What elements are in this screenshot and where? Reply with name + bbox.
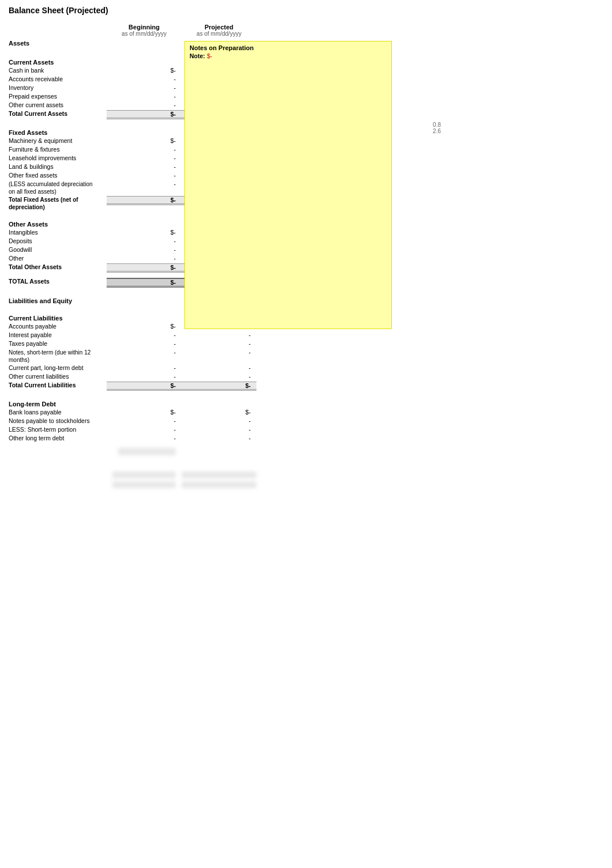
leasehold-improvements-label: Leasehold improvements xyxy=(9,154,107,163)
intangibles-label: Intangibles xyxy=(9,229,107,237)
notes-payable-stockholders-beginning[interactable]: - xyxy=(107,417,182,424)
other-other-assets-beginning[interactable]: - xyxy=(107,255,182,262)
cash-in-bank-label: Cash in bank xyxy=(9,67,107,75)
goodwill-beginning[interactable]: - xyxy=(107,246,182,253)
bank-loans-row: Bank loans payable $- $- xyxy=(9,409,412,417)
balance-sheet-container: Beginning as of mm/dd/yyyy Projected as … xyxy=(9,24,412,491)
bank-loans-beginning[interactable]: $- xyxy=(107,409,182,416)
furniture-fixtures-label: Furniture & fixtures xyxy=(9,146,107,154)
less-depreciation-label: (LESS accumulated depreciationon all fix… xyxy=(9,180,107,195)
column-headers: Beginning as of mm/dd/yyyy Projected as … xyxy=(9,24,412,37)
total-current-assets-label: Total Current Assets xyxy=(9,110,107,118)
bank-loans-label: Bank loans payable xyxy=(9,409,107,417)
other-long-term-debt-beginning[interactable]: - xyxy=(107,435,182,441)
taxes-payable-beginning[interactable]: - xyxy=(107,340,182,347)
current-part-longterm-beginning[interactable]: - xyxy=(107,364,182,371)
accounts-receivable-label: Accounts receivable xyxy=(9,76,107,84)
interest-payable-row: Interest payable - - xyxy=(9,331,412,339)
land-buildings-beginning[interactable]: - xyxy=(107,163,182,170)
less-short-term-portion-projected[interactable]: - xyxy=(182,426,256,433)
sidebar-number-1: 0.8 xyxy=(433,122,441,128)
intangibles-beginning[interactable]: $- xyxy=(107,229,182,236)
page-title: Balance Sheet (Projected) xyxy=(9,6,603,15)
equity-section xyxy=(9,471,412,491)
taxes-payable-label: Taxes payable xyxy=(9,340,107,348)
notes-payable-stockholders-projected[interactable]: - xyxy=(182,417,256,424)
other-current-liabilities-beginning[interactable]: - xyxy=(107,373,182,380)
other-current-assets-beginning[interactable]: - xyxy=(107,101,182,108)
interest-payable-projected[interactable]: - xyxy=(182,331,256,338)
notes-short-term-projected[interactable]: - xyxy=(182,349,256,356)
notes-note-label: Note: xyxy=(190,52,205,59)
less-short-term-portion-label: LESS: Short-term portion xyxy=(9,426,107,434)
other-long-term-debt-projected[interactable]: - xyxy=(182,435,256,441)
leasehold-improvements-beginning[interactable]: - xyxy=(107,154,182,161)
other-fixed-assets-beginning[interactable]: - xyxy=(107,172,182,179)
total-other-assets-label: Total Other Assets xyxy=(9,263,107,271)
equity-beginning-blurred-2 xyxy=(107,481,176,491)
accounts-payable-label: Accounts payable xyxy=(9,323,107,331)
inventory-beginning[interactable]: - xyxy=(107,84,182,91)
projected-header: Projected as of mm/dd/yyyy xyxy=(182,24,256,37)
notes-on-preparation: Notes on Preparation Note: $- xyxy=(184,41,392,329)
total-current-liabilities-beginning[interactable]: $- xyxy=(107,382,182,391)
total-current-liabilities-row: Total Current Liabilities $- $- xyxy=(9,382,412,391)
notes-payable-stockholders-row: Notes payable to stockholders - - xyxy=(9,417,412,425)
long-term-total-beginning-blurred xyxy=(118,448,176,455)
other-current-liabilities-row: Other current liabilities - - xyxy=(9,373,412,381)
less-depreciation-beginning[interactable]: - xyxy=(107,180,182,187)
inventory-label: Inventory xyxy=(9,84,107,92)
total-current-assets-beginning[interactable]: $- xyxy=(107,110,182,119)
equity-projected-blurred-2 xyxy=(182,481,251,491)
total-assets-beginning[interactable]: $- xyxy=(107,278,182,288)
equity-beginning-blurred-1 xyxy=(107,471,176,481)
sidebar-number-2: 2.6 xyxy=(433,128,441,134)
notes-short-term-beginning[interactable]: - xyxy=(107,349,182,356)
equity-projected-blurred-1 xyxy=(182,471,251,481)
interest-payable-label: Interest payable xyxy=(9,331,107,339)
other-current-liabilities-label: Other current liabilities xyxy=(9,373,107,381)
notes-short-term-label: Notes, short-term (due within 12months) xyxy=(9,349,107,364)
current-part-longterm-label: Current part, long-term debt xyxy=(9,364,107,372)
total-current-liabilities-projected[interactable]: $- xyxy=(182,382,256,391)
total-current-liabilities-label: Total Current Liabilities xyxy=(9,382,107,390)
prepaid-expenses-label: Prepaid expenses xyxy=(9,93,107,101)
beginning-header: Beginning as of mm/dd/yyyy xyxy=(107,24,182,37)
taxes-payable-row: Taxes payable - - xyxy=(9,340,412,348)
bank-loans-projected[interactable]: $- xyxy=(182,409,256,416)
cash-in-bank-beginning[interactable]: $- xyxy=(107,67,182,74)
furniture-fixtures-beginning[interactable]: - xyxy=(107,146,182,153)
long-term-debt-title: Long-term Debt xyxy=(9,401,412,407)
land-buildings-label: Land & buildings xyxy=(9,163,107,171)
total-fixed-assets-label: Total Fixed Assets (net ofdepreciation) xyxy=(9,196,107,211)
total-assets-label: TOTAL Assets xyxy=(9,278,107,286)
less-short-term-portion-beginning[interactable]: - xyxy=(107,426,182,433)
deposits-label: Deposits xyxy=(9,237,107,246)
accounts-receivable-beginning[interactable]: - xyxy=(107,76,182,82)
notes-value[interactable]: $- xyxy=(207,52,212,59)
goodwill-label: Goodwill xyxy=(9,246,107,254)
taxes-payable-projected[interactable]: - xyxy=(182,340,256,347)
notes-title: Notes on Preparation xyxy=(190,44,387,51)
current-part-longterm-projected[interactable]: - xyxy=(182,364,256,371)
notes-payable-stockholders-label: Notes payable to stockholders xyxy=(9,417,107,425)
other-long-term-debt-row: Other long term debt - - xyxy=(9,435,412,443)
current-part-longterm-row: Current part, long-term debt - - xyxy=(9,364,412,372)
deposits-beginning[interactable]: - xyxy=(107,237,182,244)
prepaid-expenses-beginning[interactable]: - xyxy=(107,93,182,100)
other-other-assets-label: Other xyxy=(9,255,107,263)
other-current-assets-label: Other current assets xyxy=(9,101,107,110)
less-short-term-portion-row: LESS: Short-term portion - - xyxy=(9,426,412,434)
other-current-liabilities-projected[interactable]: - xyxy=(182,373,256,380)
machinery-equipment-label: Machinery & equipment xyxy=(9,137,107,145)
other-long-term-debt-label: Other long term debt xyxy=(9,435,107,443)
total-other-assets-beginning[interactable]: $- xyxy=(107,263,182,273)
machinery-equipment-beginning[interactable]: $- xyxy=(107,137,182,144)
notes-short-term-row: Notes, short-term (due within 12months) … xyxy=(9,349,412,364)
interest-payable-beginning[interactable]: - xyxy=(107,331,182,338)
other-fixed-assets-label: Other fixed assets xyxy=(9,172,107,180)
total-fixed-assets-beginning[interactable]: $- xyxy=(107,196,182,205)
sidebar-numbers: 0.8 2.6 xyxy=(433,122,441,134)
accounts-payable-beginning[interactable]: $- xyxy=(107,323,182,330)
